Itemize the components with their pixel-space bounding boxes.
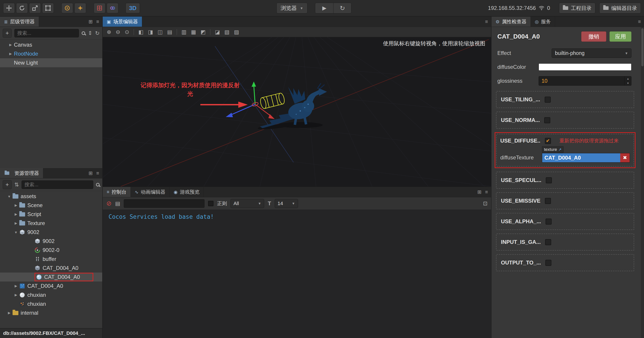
panel-menu-icon[interactable]: ≡ bbox=[638, 19, 641, 25]
log-file-icon[interactable]: ▤ bbox=[115, 200, 120, 207]
use-normal-checkbox[interactable]: ✔ bbox=[544, 117, 550, 123]
use-emissive-checkbox[interactable]: ✔ bbox=[545, 198, 551, 204]
refresh-preview-button[interactable]: ↻ bbox=[333, 3, 351, 13]
expand-arrow-icon[interactable]: ▼ bbox=[12, 230, 19, 234]
expand-arrow-icon[interactable]: ▶ bbox=[7, 43, 14, 47]
asset-folder-script[interactable]: ▶ Script bbox=[0, 210, 102, 219]
node-canvas[interactable]: ▶ Canvas bbox=[0, 40, 102, 49]
add-node-button[interactable]: + bbox=[3, 29, 12, 38]
expand-arrow-icon[interactable]: ▶ bbox=[7, 52, 14, 56]
move-tool-button[interactable] bbox=[3, 3, 15, 13]
asset-model-9002[interactable]: ▼ 9002 bbox=[0, 228, 102, 237]
zoom-out-icon[interactable]: ⊖ bbox=[116, 29, 120, 35]
tab-animation-editor[interactable]: ∿ 动画编辑器 bbox=[131, 187, 170, 197]
add-asset-button[interactable]: + bbox=[3, 180, 12, 189]
asset-folder-scene[interactable]: ▶ Scene bbox=[0, 201, 102, 210]
panel-menu-icon[interactable]: ≡ bbox=[485, 189, 488, 195]
scale-tool-button[interactable] bbox=[29, 3, 41, 13]
diffuse-color-swatch[interactable] bbox=[538, 63, 632, 71]
asset-folder-internal[interactable]: ▶ internal bbox=[0, 309, 102, 317]
use-alpha-checkbox[interactable]: ✔ bbox=[546, 219, 552, 225]
rotate-tool-button[interactable] bbox=[16, 3, 28, 13]
output-to-checkbox[interactable]: ✔ bbox=[545, 260, 552, 266]
search-icon[interactable] bbox=[82, 31, 85, 35]
coordinate-toggle-button[interactable] bbox=[74, 3, 86, 13]
play-button[interactable]: ▶ bbox=[315, 3, 333, 13]
tab-hierarchy[interactable]: ≣ 层级管理器 bbox=[0, 16, 39, 27]
scene-viewport[interactable]: 使用鼠标右键旋转视角，使用滚轮缩放视图 记得添加灯光，因为材质使用的漫反射 光 bbox=[103, 37, 491, 186]
font-size-dropdown[interactable]: 14 ▼ bbox=[275, 199, 298, 208]
texture-type-chip[interactable]: texture ↗ bbox=[542, 146, 564, 153]
asset-texture-cat[interactable]: ▶ CAT_D004_A0 bbox=[0, 282, 102, 291]
align-v-center-icon[interactable]: ▦ bbox=[191, 29, 196, 35]
expand-arrow-icon[interactable]: ▶ bbox=[12, 221, 19, 225]
step-down-icon[interactable]: ▼ bbox=[625, 81, 631, 85]
expand-arrow-icon[interactable]: ▼ bbox=[6, 195, 12, 198]
tab-inspector[interactable]: ⚙ 属性检查器 bbox=[492, 16, 531, 27]
asset-material-chuxian[interactable]: ▶ chuxian bbox=[0, 291, 102, 300]
hierarchy-search-input[interactable] bbox=[14, 29, 79, 37]
expand-arrow-icon[interactable]: ▶ bbox=[12, 203, 19, 207]
align-top-icon[interactable]: ▥ bbox=[182, 29, 186, 35]
diffuse-texture-input[interactable]: CAT_D004_A0 ✖ bbox=[542, 153, 630, 162]
gizmo-toggle-button[interactable] bbox=[107, 3, 118, 13]
asset-animation-9002-0[interactable]: 9002-0 bbox=[0, 246, 102, 255]
refresh-tree-icon[interactable]: ↻ bbox=[95, 30, 100, 36]
asset-mesh-cat[interactable]: CAT_D004_A0 bbox=[0, 264, 102, 273]
glossiness-input[interactable]: 10 ▲ ▼ bbox=[538, 76, 632, 86]
align-right-icon[interactable]: ◫ bbox=[158, 29, 163, 35]
asset-texture-chuxian[interactable]: chuxian bbox=[0, 300, 102, 309]
align-stretch-icon[interactable]: ▤ bbox=[167, 29, 172, 35]
tab-scene-editor[interactable]: ▣ 场景编辑器 bbox=[103, 16, 142, 27]
assets-search-input[interactable] bbox=[22, 180, 93, 189]
float-panel-icon[interactable]: ⊞ bbox=[88, 170, 92, 176]
regex-checkbox[interactable] bbox=[208, 201, 214, 206]
panel-menu-icon[interactable]: ≡ bbox=[485, 19, 488, 25]
asset-folder-assets[interactable]: ▼ assets bbox=[0, 192, 102, 201]
node-rootnode[interactable]: ▶ RootNode bbox=[0, 49, 102, 58]
input-is-gamma-checkbox[interactable]: ✔ bbox=[545, 239, 551, 245]
asset-buffer[interactable]: buffer bbox=[0, 255, 102, 264]
align-h-center-icon[interactable]: ◨ bbox=[148, 29, 153, 35]
scrollbar-thumb[interactable] bbox=[641, 28, 644, 66]
distribute-v-icon[interactable]: ▧ bbox=[224, 29, 230, 35]
node-new-light[interactable]: New Light bbox=[0, 58, 102, 67]
sort-icon[interactable]: ⇅ bbox=[14, 182, 19, 188]
tab-game-preview[interactable]: ◉ 游戏预览 bbox=[170, 187, 204, 197]
preview-target-dropdown[interactable]: 浏览器 ▼ bbox=[276, 3, 308, 13]
console-filter-input[interactable] bbox=[124, 199, 204, 208]
expand-all-icon[interactable]: ⇕ bbox=[88, 30, 92, 36]
float-panel-icon[interactable]: ⊞ bbox=[478, 189, 482, 195]
undo-button[interactable]: 撤销 bbox=[581, 31, 606, 42]
project-directory-button[interactable]: 工程目录 bbox=[559, 3, 595, 13]
zoom-fit-icon[interactable]: ⊙ bbox=[125, 29, 129, 35]
expand-arrow-icon[interactable]: ▶ bbox=[12, 284, 19, 288]
distribute-grid-icon[interactable]: ▨ bbox=[234, 29, 239, 35]
align-left-icon[interactable]: ◧ bbox=[138, 29, 144, 35]
tab-assets[interactable]: 资源管理器 bbox=[0, 168, 43, 178]
zoom-in-icon[interactable]: ⊕ bbox=[107, 29, 111, 35]
expand-arrow-icon[interactable]: ▶ bbox=[12, 293, 19, 297]
asset-prefab-9002[interactable]: 9002 bbox=[0, 237, 102, 246]
remove-texture-button[interactable]: ✖ bbox=[620, 153, 630, 162]
use-diffuse-checkbox[interactable]: ✔ bbox=[545, 138, 551, 144]
expand-arrow-icon[interactable]: ▶ bbox=[12, 212, 19, 216]
log-level-dropdown[interactable]: All ▼ bbox=[230, 199, 264, 208]
panel-menu-icon[interactable]: ≡ bbox=[96, 170, 99, 176]
tab-console[interactable]: ≡ 控制台 bbox=[103, 187, 131, 197]
pivot-toggle-button[interactable] bbox=[62, 3, 73, 13]
float-panel-icon[interactable]: ⊞ bbox=[88, 19, 92, 25]
dock-icon[interactable]: ⊡ bbox=[483, 200, 488, 207]
use-specular-checkbox[interactable]: ✔ bbox=[546, 177, 552, 183]
grid-toggle-button[interactable] bbox=[94, 3, 106, 13]
effect-dropdown[interactable]: builtin-phong ▼ bbox=[552, 48, 632, 58]
rect-tool-button[interactable] bbox=[42, 3, 54, 13]
inspector-scrollbar[interactable] bbox=[641, 27, 644, 338]
view-3d-toggle[interactable]: 3D bbox=[126, 3, 140, 13]
console-log-area[interactable]: Cocos Services load base data! bbox=[103, 210, 491, 338]
editor-directory-button[interactable]: 编辑器目录 bbox=[600, 3, 641, 13]
search-icon[interactable] bbox=[96, 183, 100, 186]
tab-services[interactable]: ◎ 服务 bbox=[531, 16, 555, 27]
clear-console-icon[interactable]: ⊘ bbox=[106, 200, 112, 207]
distribute-h-icon[interactable]: ◪ bbox=[215, 29, 220, 35]
